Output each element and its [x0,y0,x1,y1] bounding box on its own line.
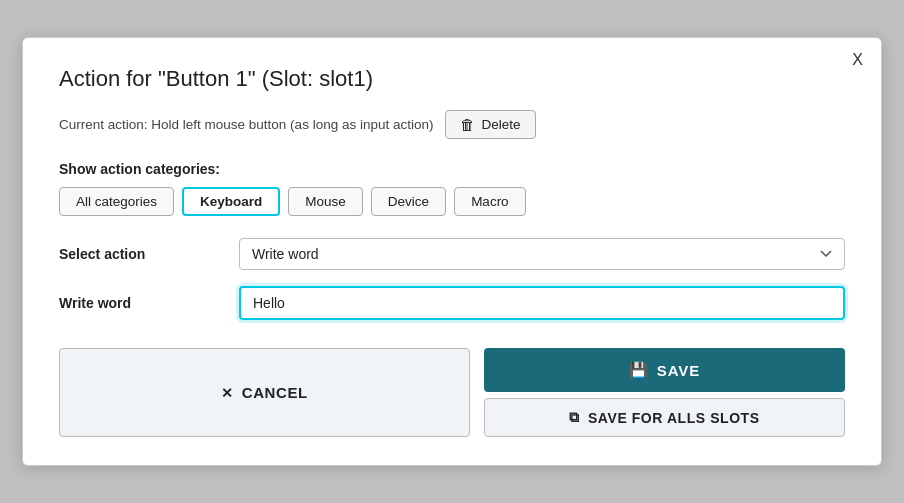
copy-icon: ⧉ [569,409,580,426]
save-label: SAVE [657,362,700,379]
trash-icon: 🗑 [460,116,475,133]
write-word-input[interactable] [239,286,845,320]
buttons-area: ✕ CANCEL 💾 SAVE ⧉ SAVE FOR ALLS SLOTS [59,348,845,437]
dialog-title: Action for "Button 1" (Slot: slot1) [59,66,845,92]
save-button[interactable]: 💾 SAVE [484,348,845,392]
cancel-label: CANCEL [242,384,308,401]
current-action-label: Current action: Hold left mouse button (… [59,117,433,132]
delete-button[interactable]: 🗑 Delete [445,110,535,139]
cancel-button[interactable]: ✕ CANCEL [59,348,470,437]
categories-section-label: Show action categories: [59,161,845,177]
write-word-control [239,286,845,320]
save-all-label: SAVE FOR ALLS SLOTS [588,410,760,426]
categories-row: All categories Keyboard Mouse Device Mac… [59,187,845,216]
save-icon: 💾 [629,361,649,379]
select-action-control: Write word Press key Hold key Mouse clic… [239,238,845,270]
select-action-label: Select action [59,246,239,262]
select-action-row: Select action Write word Press key Hold … [59,238,845,270]
x-icon: ✕ [221,385,234,401]
right-buttons: 💾 SAVE ⧉ SAVE FOR ALLS SLOTS [484,348,845,437]
write-word-row: Write word [59,286,845,320]
close-button[interactable]: X [852,52,863,68]
action-dialog: X Action for "Button 1" (Slot: slot1) Cu… [22,37,882,466]
write-word-label: Write word [59,295,239,311]
save-all-button[interactable]: ⧉ SAVE FOR ALLS SLOTS [484,398,845,437]
current-action-row: Current action: Hold left mouse button (… [59,110,845,139]
action-select[interactable]: Write word Press key Hold key Mouse clic… [239,238,845,270]
category-device[interactable]: Device [371,187,446,216]
category-all[interactable]: All categories [59,187,174,216]
category-mouse[interactable]: Mouse [288,187,363,216]
category-keyboard[interactable]: Keyboard [182,187,280,216]
delete-label: Delete [481,117,520,132]
category-macro[interactable]: Macro [454,187,526,216]
